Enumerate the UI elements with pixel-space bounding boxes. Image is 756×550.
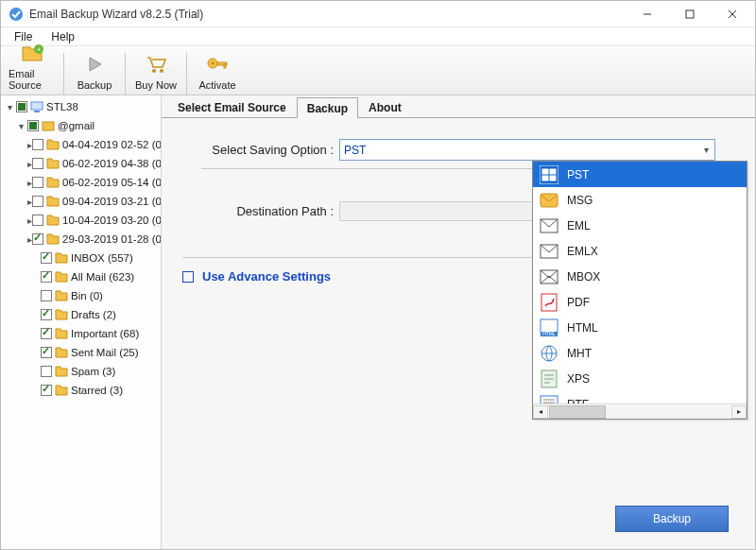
content-area: Select Email Source Backup About Select … bbox=[162, 95, 755, 549]
html-icon: HTML bbox=[539, 318, 559, 338]
tree-mail-folder[interactable]: Drafts (2) bbox=[1, 305, 161, 324]
checkbox[interactable] bbox=[41, 328, 52, 339]
dropdown-option-mbox[interactable]: MBOX bbox=[533, 264, 747, 289]
backup-button[interactable]: Backup bbox=[615, 506, 729, 532]
tree-label: Bin (0) bbox=[71, 290, 103, 301]
svg-rect-18 bbox=[542, 169, 548, 174]
dropdown-option-xps[interactable]: XPS bbox=[533, 366, 747, 391]
svg-point-11 bbox=[211, 61, 215, 65]
sidebar-tree[interactable]: ▾ STL38 ▾ @gmail ▸ 04-04-2019 02-52 (0) … bbox=[1, 95, 162, 549]
option-label: MBOX bbox=[567, 270, 600, 284]
tree-mail-folder[interactable]: INBOX (557) bbox=[1, 249, 161, 267]
minimize-button[interactable] bbox=[626, 1, 668, 27]
mht-icon bbox=[539, 343, 559, 364]
tree-date-folder[interactable]: ▸ 09-04-2019 03-21 (0) bbox=[1, 192, 161, 211]
scroll-left-icon[interactable]: ◂ bbox=[533, 405, 548, 419]
checkbox[interactable] bbox=[41, 347, 52, 358]
svg-rect-2 bbox=[686, 10, 694, 18]
tree-mail-folder[interactable]: Important (68) bbox=[1, 324, 161, 343]
tree-label: Important (68) bbox=[71, 328, 139, 339]
maximize-button[interactable] bbox=[668, 1, 711, 27]
collapse-icon[interactable]: ▾ bbox=[14, 121, 27, 131]
checkbox[interactable] bbox=[41, 366, 52, 377]
toolbar-backup[interactable]: Backup bbox=[68, 52, 121, 95]
tree-mail-folder[interactable]: Sent Mail (25) bbox=[1, 343, 161, 362]
option-label: HTML bbox=[567, 321, 598, 335]
dropdown-option-eml[interactable]: EML bbox=[533, 213, 747, 238]
tree-root[interactable]: ▾ STL38 bbox=[1, 97, 161, 116]
saving-option-select[interactable]: PST ▾ bbox=[339, 139, 715, 161]
folder-icon bbox=[46, 157, 60, 170]
checkbox[interactable] bbox=[32, 158, 43, 169]
folder-icon bbox=[55, 384, 68, 397]
folder-icon bbox=[55, 289, 68, 302]
dropdown-option-pdf[interactable]: PDF bbox=[533, 289, 747, 315]
tree-label: 10-04-2019 03-20 (0) bbox=[62, 215, 162, 226]
checkbox[interactable] bbox=[27, 120, 39, 131]
folder-icon bbox=[46, 232, 60, 246]
checkbox[interactable] bbox=[32, 177, 43, 188]
close-button[interactable] bbox=[711, 1, 753, 27]
dropdown-option-pst[interactable]: PST bbox=[533, 162, 747, 187]
tree-label: 29-03-2019 01-28 (0) bbox=[62, 233, 162, 245]
collapse-icon[interactable]: ▾ bbox=[3, 102, 16, 112]
xps-icon bbox=[539, 369, 559, 389]
svg-point-8 bbox=[152, 69, 156, 73]
svg-text:HTML: HTML bbox=[542, 331, 556, 336]
window-title: Email Backup Wizard v8.2.5 (Trial) bbox=[29, 8, 626, 21]
svg-rect-17 bbox=[540, 165, 558, 184]
option-label: PDF bbox=[567, 296, 590, 309]
advance-settings-checkbox[interactable] bbox=[182, 271, 194, 283]
key-icon bbox=[205, 54, 230, 77]
eml-icon bbox=[539, 215, 559, 236]
dropdown-option-emlx[interactable]: EMLX bbox=[533, 238, 747, 264]
tab-backup[interactable]: Backup bbox=[297, 97, 358, 118]
dropdown-option-html[interactable]: HTML HTML bbox=[533, 315, 747, 340]
checkbox[interactable] bbox=[32, 196, 43, 207]
tree-mail-folder[interactable]: All Mail (623) bbox=[1, 267, 161, 286]
tree-mail-folder[interactable]: Spam (3) bbox=[1, 362, 161, 381]
folder-icon bbox=[46, 214, 60, 227]
toolbar-separator bbox=[186, 53, 187, 95]
toolbar-buy-now[interactable]: Buy Now bbox=[129, 52, 182, 95]
toolbar-label: Backup bbox=[77, 79, 112, 91]
advance-settings-label: Use Advance Settings bbox=[202, 269, 331, 284]
saving-option-dropdown[interactable]: PST MSG EML bbox=[532, 161, 747, 420]
dropdown-option-mht[interactable]: MHT bbox=[533, 340, 747, 366]
dropdown-scrollbar[interactable]: ◂ ▸ bbox=[533, 404, 747, 419]
dropdown-option-msg[interactable]: MSG bbox=[533, 187, 747, 213]
svg-rect-22 bbox=[541, 194, 558, 207]
chevron-down-icon: ▾ bbox=[704, 145, 709, 155]
pst-icon bbox=[539, 164, 559, 185]
tree-label: 04-04-2019 02-52 (0) bbox=[62, 139, 162, 150]
checkbox[interactable] bbox=[41, 271, 52, 283]
tab-select-email-source[interactable]: Select Email Source bbox=[167, 96, 297, 117]
checkbox[interactable] bbox=[41, 252, 52, 264]
tree-date-folder[interactable]: ▸ 04-04-2019 02-52 (0) bbox=[1, 135, 161, 154]
tree-date-folder[interactable]: ▸ 06-02-2019 04-38 (0) bbox=[1, 154, 161, 173]
option-label: XPS bbox=[567, 372, 590, 386]
tree-mail-folder[interactable]: Bin (0) bbox=[1, 286, 161, 305]
toolbar-activate[interactable]: Activate bbox=[191, 52, 244, 95]
toolbar-email-source[interactable]: + Email Source bbox=[7, 41, 60, 95]
folder-add-icon: + bbox=[21, 43, 45, 66]
checkbox[interactable] bbox=[16, 101, 27, 112]
tree-date-folder[interactable]: ▸ 10-04-2019 03-20 (0) bbox=[1, 211, 161, 230]
checkbox[interactable] bbox=[32, 139, 43, 150]
tree-mail-folder[interactable]: Starred (3) bbox=[1, 381, 161, 400]
checkbox[interactable] bbox=[41, 385, 52, 396]
dropdown-option-rtf[interactable]: RTF RTF bbox=[533, 391, 747, 404]
tree-date-folder[interactable]: ▸ 29-03-2019 01-28 (0) bbox=[1, 230, 161, 249]
option-label: MSG bbox=[567, 194, 593, 207]
checkbox[interactable] bbox=[41, 290, 52, 301]
checkbox[interactable] bbox=[41, 309, 52, 320]
tree-account[interactable]: ▾ @gmail bbox=[1, 116, 161, 135]
tab-about[interactable]: About bbox=[358, 96, 412, 117]
svg-rect-16 bbox=[43, 122, 54, 130]
scroll-right-icon[interactable]: ▸ bbox=[731, 405, 747, 419]
checkbox[interactable] bbox=[32, 233, 43, 245]
tree-date-folder[interactable]: ▸ 06-02-2019 05-14 (0) bbox=[1, 173, 161, 192]
checkbox[interactable] bbox=[32, 215, 43, 226]
svg-point-9 bbox=[160, 69, 163, 73]
svg-text:+: + bbox=[37, 45, 42, 54]
